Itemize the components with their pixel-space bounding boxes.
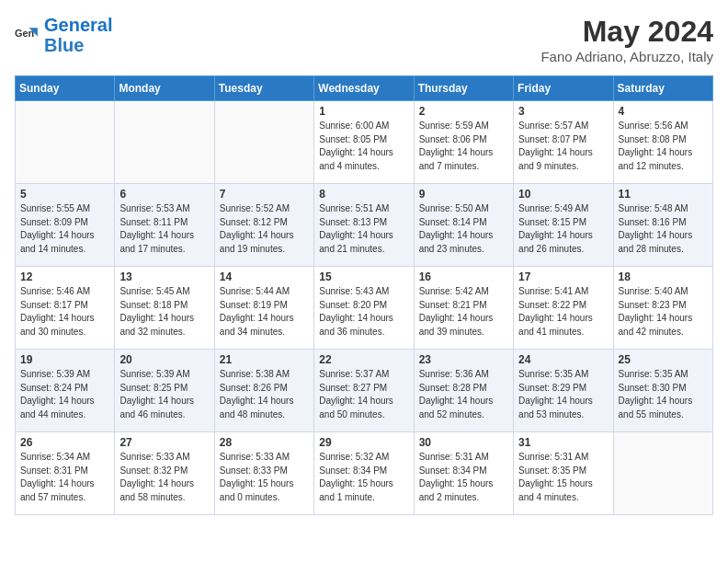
page-header: Gen General Blue May 2024 Fano Adriano, …: [15, 15, 713, 64]
day-number: 6: [119, 188, 209, 201]
calendar-cell: 27Sunrise: 5:33 AMSunset: 8:32 PMDayligh…: [115, 432, 214, 515]
calendar-cell: 2Sunrise: 5:59 AMSunset: 8:06 PMDaylight…: [414, 101, 513, 184]
calendar-cell: 16Sunrise: 5:42 AMSunset: 8:21 PMDayligh…: [414, 267, 513, 350]
col-header-sunday: Sunday: [16, 76, 115, 101]
day-number: 15: [319, 270, 408, 283]
cell-info: Sunrise: 5:43 AMSunset: 8:20 PMDaylight:…: [319, 285, 408, 339]
cell-info: Sunrise: 5:49 AMSunset: 8:15 PMDaylight:…: [518, 202, 608, 256]
calendar-cell: 31Sunrise: 5:31 AMSunset: 8:35 PMDayligh…: [514, 432, 613, 515]
calendar-cell: 21Sunrise: 5:38 AMSunset: 8:26 PMDayligh…: [214, 350, 313, 432]
day-number: 22: [319, 353, 408, 366]
calendar-cell: [115, 101, 214, 184]
cell-info: Sunrise: 5:59 AMSunset: 8:06 PMDaylight:…: [419, 120, 508, 173]
calendar-cell: 10Sunrise: 5:49 AMSunset: 8:15 PMDayligh…: [514, 184, 613, 267]
day-number: 26: [20, 436, 109, 449]
day-number: 20: [119, 353, 209, 366]
month-title: May 2024: [540, 15, 713, 49]
calendar-cell: 17Sunrise: 5:41 AMSunset: 8:22 PMDayligh…: [514, 267, 613, 350]
cell-info: Sunrise: 5:45 AMSunset: 8:18 PMDaylight:…: [119, 285, 209, 339]
calendar-cell: [613, 432, 712, 515]
col-header-monday: Monday: [115, 76, 214, 101]
day-number: 18: [619, 270, 708, 283]
day-number: 24: [518, 353, 608, 366]
calendar-cell: 12Sunrise: 5:46 AMSunset: 8:17 PMDayligh…: [16, 267, 115, 350]
calendar-cell: 22Sunrise: 5:37 AMSunset: 8:27 PMDayligh…: [314, 350, 414, 432]
cell-info: Sunrise: 5:31 AMSunset: 8:35 PMDaylight:…: [518, 451, 608, 504]
calendar-cell: 30Sunrise: 5:31 AMSunset: 8:34 PMDayligh…: [414, 432, 513, 515]
calendar-cell: 7Sunrise: 5:52 AMSunset: 8:12 PMDaylight…: [214, 184, 313, 267]
cell-info: Sunrise: 5:51 AMSunset: 8:13 PMDaylight:…: [319, 202, 408, 256]
cell-info: Sunrise: 5:37 AMSunset: 8:27 PMDaylight:…: [319, 368, 408, 421]
cell-info: Sunrise: 5:33 AMSunset: 8:33 PMDaylight:…: [220, 451, 309, 504]
day-number: 17: [518, 270, 608, 283]
day-number: 4: [619, 105, 708, 118]
cell-info: Sunrise: 5:35 AMSunset: 8:30 PMDaylight:…: [619, 368, 708, 421]
calendar-cell: 25Sunrise: 5:35 AMSunset: 8:30 PMDayligh…: [613, 350, 712, 432]
day-number: 21: [220, 353, 309, 366]
day-number: 9: [419, 188, 508, 201]
cell-info: Sunrise: 5:36 AMSunset: 8:28 PMDaylight:…: [419, 368, 508, 421]
calendar-cell: 9Sunrise: 5:50 AMSunset: 8:14 PMDaylight…: [414, 184, 513, 267]
day-number: 10: [518, 188, 608, 201]
day-number: 1: [319, 105, 408, 118]
col-header-thursday: Thursday: [414, 76, 513, 101]
week-row-2: 5Sunrise: 5:55 AMSunset: 8:09 PMDaylight…: [16, 184, 713, 267]
day-number: 3: [518, 105, 608, 118]
cell-info: Sunrise: 5:41 AMSunset: 8:22 PMDaylight:…: [518, 285, 608, 339]
calendar-cell: 8Sunrise: 5:51 AMSunset: 8:13 PMDaylight…: [314, 184, 414, 267]
calendar-cell: 18Sunrise: 5:40 AMSunset: 8:23 PMDayligh…: [613, 267, 712, 350]
cell-info: Sunrise: 5:53 AMSunset: 8:11 PMDaylight:…: [119, 202, 209, 256]
logo-text: General Blue: [44, 15, 112, 55]
calendar-cell: 19Sunrise: 5:39 AMSunset: 8:24 PMDayligh…: [16, 350, 115, 432]
week-row-3: 12Sunrise: 5:46 AMSunset: 8:17 PMDayligh…: [16, 267, 713, 350]
col-header-wednesday: Wednesday: [314, 76, 414, 101]
col-header-friday: Friday: [514, 76, 613, 101]
logo: Gen General Blue: [15, 15, 112, 55]
cell-info: Sunrise: 5:38 AMSunset: 8:26 PMDaylight:…: [220, 368, 309, 421]
calendar-cell: 28Sunrise: 5:33 AMSunset: 8:33 PMDayligh…: [214, 432, 313, 515]
day-number: 23: [419, 353, 508, 366]
cell-info: Sunrise: 6:00 AMSunset: 8:05 PMDaylight:…: [319, 120, 408, 173]
day-number: 8: [319, 188, 408, 201]
calendar-cell: 15Sunrise: 5:43 AMSunset: 8:20 PMDayligh…: [314, 267, 414, 350]
week-row-4: 19Sunrise: 5:39 AMSunset: 8:24 PMDayligh…: [16, 350, 713, 432]
week-row-1: 1Sunrise: 6:00 AMSunset: 8:05 PMDaylight…: [16, 101, 713, 184]
calendar-cell: 5Sunrise: 5:55 AMSunset: 8:09 PMDaylight…: [16, 184, 115, 267]
cell-info: Sunrise: 5:48 AMSunset: 8:16 PMDaylight:…: [619, 202, 708, 256]
day-number: 16: [419, 270, 508, 283]
calendar-cell: 26Sunrise: 5:34 AMSunset: 8:31 PMDayligh…: [16, 432, 115, 515]
cell-info: Sunrise: 5:34 AMSunset: 8:31 PMDaylight:…: [20, 451, 109, 504]
cell-info: Sunrise: 5:32 AMSunset: 8:34 PMDaylight:…: [319, 451, 408, 504]
calendar-cell: 11Sunrise: 5:48 AMSunset: 8:16 PMDayligh…: [613, 184, 712, 267]
cell-info: Sunrise: 5:35 AMSunset: 8:29 PMDaylight:…: [518, 368, 608, 421]
calendar-cell: [214, 101, 313, 184]
day-number: 11: [619, 188, 708, 201]
day-number: 31: [518, 436, 608, 449]
day-number: 7: [220, 188, 309, 201]
day-number: 14: [220, 270, 309, 283]
day-number: 12: [20, 270, 109, 283]
calendar-cell: 4Sunrise: 5:56 AMSunset: 8:08 PMDaylight…: [613, 101, 712, 184]
calendar-cell: 13Sunrise: 5:45 AMSunset: 8:18 PMDayligh…: [115, 267, 214, 350]
calendar-cell: 23Sunrise: 5:36 AMSunset: 8:28 PMDayligh…: [414, 350, 513, 432]
calendar-header-row: SundayMondayTuesdayWednesdayThursdayFrid…: [16, 76, 713, 101]
calendar-table: SundayMondayTuesdayWednesdayThursdayFrid…: [15, 75, 713, 515]
day-number: 5: [20, 188, 109, 201]
col-header-tuesday: Tuesday: [214, 76, 313, 101]
cell-info: Sunrise: 5:39 AMSunset: 8:25 PMDaylight:…: [119, 368, 209, 421]
cell-info: Sunrise: 5:50 AMSunset: 8:14 PMDaylight:…: [419, 202, 508, 256]
calendar-cell: 6Sunrise: 5:53 AMSunset: 8:11 PMDaylight…: [115, 184, 214, 267]
calendar-cell: 24Sunrise: 5:35 AMSunset: 8:29 PMDayligh…: [514, 350, 613, 432]
calendar-cell: 1Sunrise: 6:00 AMSunset: 8:05 PMDaylight…: [314, 101, 414, 184]
location-title: Fano Adriano, Abruzzo, Italy: [540, 49, 713, 64]
logo-icon: Gen: [15, 22, 40, 48]
cell-info: Sunrise: 5:39 AMSunset: 8:24 PMDaylight:…: [20, 368, 109, 421]
day-number: 13: [119, 270, 209, 283]
cell-info: Sunrise: 5:52 AMSunset: 8:12 PMDaylight:…: [220, 202, 309, 256]
calendar-cell: 20Sunrise: 5:39 AMSunset: 8:25 PMDayligh…: [115, 350, 214, 432]
cell-info: Sunrise: 5:57 AMSunset: 8:07 PMDaylight:…: [518, 120, 608, 173]
calendar-cell: 14Sunrise: 5:44 AMSunset: 8:19 PMDayligh…: [214, 267, 313, 350]
col-header-saturday: Saturday: [613, 76, 712, 101]
cell-info: Sunrise: 5:55 AMSunset: 8:09 PMDaylight:…: [20, 202, 109, 256]
day-number: 2: [419, 105, 508, 118]
